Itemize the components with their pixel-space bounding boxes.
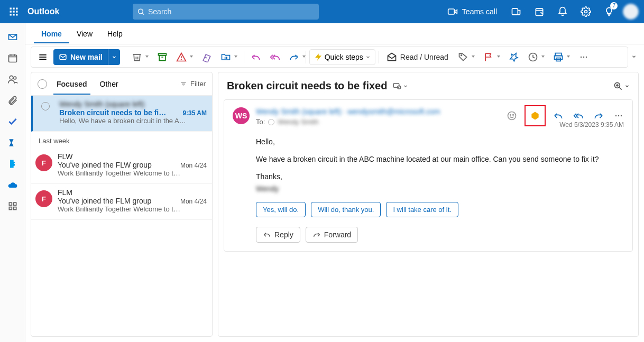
svg-rect-32: [159, 56, 165, 61]
to-recipient: Wendy Smith: [278, 118, 318, 126]
react-button[interactable]: [504, 108, 519, 123]
bell-icon: [557, 6, 568, 17]
message-card: WS Wendy Smith (square left) · wendysmit…: [224, 99, 633, 252]
message-timestamp: Wed 5/3/2023 9:35 AM: [559, 121, 624, 128]
rail-files[interactable]: [0, 90, 25, 111]
message-list: Focused Other Filter Wendy Smith (square…: [31, 72, 213, 337]
ribbon-expand-button[interactable]: [631, 54, 639, 60]
people-icon: [7, 74, 18, 85]
svg-point-55: [510, 115, 511, 116]
zoom-button[interactable]: [613, 81, 630, 91]
settings-button[interactable]: [574, 0, 597, 23]
forward-button[interactable]: [286, 49, 302, 66]
tab-help[interactable]: Help: [100, 24, 130, 43]
reply-button[interactable]: [247, 49, 264, 66]
new-mail-dropdown[interactable]: [108, 49, 120, 65]
teams-button[interactable]: [504, 0, 528, 23]
chevron-down-icon[interactable]: [403, 84, 408, 89]
message-preview: Work Brilliantly Together Welcome to t…: [58, 169, 207, 177]
cloud-icon: [7, 180, 18, 190]
tab-other[interactable]: Other: [97, 73, 122, 95]
rail-yammer[interactable]: [0, 132, 25, 153]
snooze-button[interactable]: [525, 49, 541, 66]
new-mail-button[interactable]: New mail: [53, 49, 120, 65]
filter-button[interactable]: Filter: [180, 80, 206, 88]
chevron-down-icon: [112, 54, 117, 60]
recipient-presence-icon: [268, 119, 274, 125]
filter-label: Filter: [190, 80, 206, 88]
svg-point-59: [618, 115, 620, 117]
rail-calendar[interactable]: [0, 48, 25, 69]
move-button[interactable]: [217, 49, 234, 66]
flag-button[interactable]: [480, 49, 497, 66]
suggested-reply-1[interactable]: Yes, will do.: [256, 202, 306, 217]
my-day-button[interactable]: [528, 0, 551, 23]
bottom-reply-button[interactable]: Reply: [256, 227, 300, 243]
svg-point-44: [586, 57, 587, 58]
delete-button[interactable]: [128, 49, 145, 66]
pin-button[interactable]: [505, 49, 522, 66]
reply-all-icon: [270, 52, 280, 62]
message-body: Hello, We have a broken circuit in the A…: [233, 136, 624, 195]
forward-icon: [312, 230, 321, 239]
report-button[interactable]: [173, 49, 190, 66]
rail-bookings[interactable]: [0, 153, 25, 174]
message-item[interactable]: F FLW You've joined the FLW group Mon 4/…: [31, 148, 212, 184]
tab-home[interactable]: Home: [34, 24, 69, 43]
sweep-button[interactable]: [198, 49, 215, 66]
message-time: Mon 4/24: [180, 198, 207, 205]
to-label: To:: [256, 118, 265, 126]
lightning-icon: [314, 53, 323, 61]
suggested-replies: Yes, will do. Will do, thank you. I will…: [233, 202, 624, 217]
app-launcher-button[interactable]: [3, 0, 24, 23]
svg-point-42: [581, 57, 582, 58]
print-button[interactable]: [550, 49, 567, 66]
addin-button[interactable]: [528, 108, 542, 123]
tab-focused[interactable]: Focused: [53, 73, 90, 95]
conversation-settings-icon[interactable]: [392, 81, 402, 91]
message-item[interactable]: Wendy Smith (square left) Broken circuit…: [31, 96, 212, 132]
pin-icon: [509, 52, 519, 62]
tab-view[interactable]: View: [69, 24, 100, 43]
select-all-toggle[interactable]: [38, 79, 47, 89]
quick-steps-button[interactable]: Quick steps: [309, 49, 375, 65]
rail-people[interactable]: [0, 69, 25, 90]
more-commands-button[interactable]: [575, 49, 592, 66]
from-line: Wendy Smith (square left) · wendysmith@m…: [256, 107, 440, 116]
archive-button[interactable]: [154, 49, 171, 66]
teams-call-button[interactable]: Teams call: [440, 0, 504, 23]
search-box[interactable]: [133, 4, 319, 20]
notifications-button[interactable]: [551, 0, 574, 23]
bottom-forward-button[interactable]: Forward: [306, 227, 358, 243]
message-group-header: Last week: [31, 132, 212, 148]
clock-icon: [528, 52, 538, 62]
search-input[interactable]: [148, 7, 315, 16]
message-sender: FLM: [58, 188, 207, 197]
suggested-reply-2[interactable]: Will do, thank you.: [311, 202, 381, 217]
rail-mail[interactable]: [0, 26, 25, 48]
hamburger-icon: [38, 52, 48, 62]
reply-all-button[interactable]: [266, 49, 283, 66]
svg-rect-25: [9, 207, 12, 210]
svg-point-58: [615, 115, 617, 117]
svg-rect-14: [536, 8, 542, 15]
tips-button[interactable]: 7: [597, 0, 621, 23]
rail-onedrive[interactable]: [0, 174, 25, 196]
select-message-toggle[interactable]: [41, 102, 50, 110]
rail-todo[interactable]: [0, 111, 25, 132]
categorize-button[interactable]: [455, 49, 472, 66]
message-time: Mon 4/24: [180, 162, 207, 169]
account-avatar[interactable]: [623, 4, 639, 20]
message-item[interactable]: F FLM You've joined the FLM group Mon 4/…: [31, 184, 212, 220]
nav-toggle-button[interactable]: [34, 49, 51, 66]
waffle-icon: [8, 6, 19, 17]
read-unread-button[interactable]: Read / Unread: [382, 49, 453, 65]
svg-rect-4: [13, 11, 14, 12]
message-subject: You've joined the FLM group: [58, 197, 151, 205]
suggested-reply-3[interactable]: I will take care of it.: [386, 202, 458, 217]
rail-more-apps[interactable]: [0, 196, 25, 217]
svg-point-60: [621, 115, 622, 117]
sweep-icon: [201, 52, 212, 62]
svg-rect-11: [448, 9, 455, 14]
svg-line-51: [619, 87, 622, 89]
